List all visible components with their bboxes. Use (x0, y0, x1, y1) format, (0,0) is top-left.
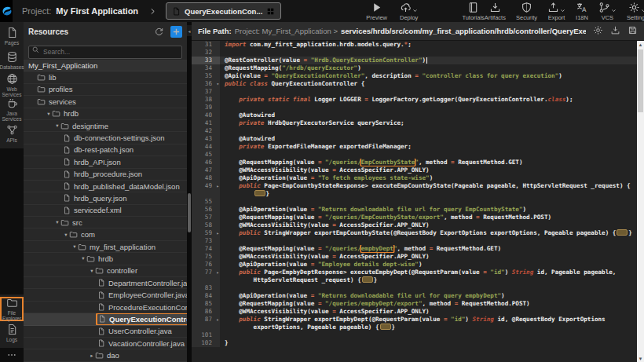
gutter-line-number[interactable]: 39 (192, 104, 220, 112)
gutter-line-number[interactable]: 46 (192, 159, 220, 166)
gutter-line-number[interactable]: 57 (192, 214, 220, 221)
sidebar-item-pages[interactable]: Pages (0, 24, 24, 49)
code-line-56[interactable]: 56 @ApiOperation(value = "Returns downlo… (192, 206, 637, 214)
tree-item-ProcedureExecutionController.java[interactable]: ProcedureExecutionController.java (24, 302, 187, 313)
code-line-74[interactable]: 74 @RequestMapping(value = "/queries/emp… (192, 245, 637, 253)
add-resource-button[interactable] (170, 26, 182, 38)
sidebar-item-logs[interactable]: Logs (0, 321, 24, 346)
code-line-45[interactable]: 45 (192, 151, 637, 159)
gutter-line-number[interactable]: 102 (192, 339, 220, 347)
code-line-55[interactable]: 55 (192, 198, 637, 206)
gutter-line-number[interactable]: 47 (192, 166, 220, 174)
tree-item-hrdb[interactable]: ▾hrdb (24, 253, 187, 265)
tree-item-db-connection-settings.json[interactable]: db-connection-settings.json (24, 132, 187, 144)
panel-collapse-handle[interactable]: ◂ (187, 25, 192, 36)
gutter-line-number[interactable]: 55 (192, 198, 220, 206)
sidebar-item-java-services[interactable]: Java Services (0, 97, 24, 122)
gutter-line-number[interactable]: 44 (192, 143, 220, 151)
folded-code-widget[interactable] (254, 190, 265, 196)
toolbar-i18n-button[interactable]: AI18N (576, 2, 588, 21)
fold-closed-icon[interactable]: ▸ (216, 182, 219, 190)
fold-closed-icon[interactable]: ▸ (216, 229, 219, 237)
gutter-line-number[interactable]: 77▸ (192, 269, 220, 276)
code-line-84[interactable]: 84 @ApiOperation(value = "Returns downlo… (192, 292, 637, 300)
toolbar-export-button[interactable]: Export (547, 2, 565, 21)
tree-item-com[interactable]: ▾com (24, 229, 187, 240)
code-line-42[interactable]: 42 (192, 127, 637, 135)
gutter-line-number[interactable]: 76 (192, 261, 220, 269)
gutter-line-number[interactable]: 45 (192, 151, 220, 159)
fold-closed-icon[interactable]: ▸ (216, 316, 219, 324)
toolbar-deploy-button[interactable]: Deploy (400, 2, 418, 21)
tree-item-hrdb_published_dataModel.json[interactable]: hrdb_published_dataModel.json (24, 181, 187, 192)
tree-item-my_first_application[interactable]: ▾my_first_application (24, 241, 187, 253)
gutter-line-number[interactable]: 73 (192, 237, 220, 245)
tree-item-UserController.java[interactable]: UserController.java (24, 326, 187, 338)
sidebar-item-apis[interactable]: APIs (0, 122, 24, 146)
sidebar-item-file-explorer[interactable]: File Explorer (0, 297, 24, 321)
gutter-line-number[interactable] (192, 324, 220, 331)
tree-item-DepartmentController.java[interactable]: DepartmentController.java (24, 277, 187, 289)
toolbar-security-button[interactable]: Security (516, 2, 537, 21)
gutter-line-number[interactable]: 86 (192, 308, 220, 316)
code-line-87[interactable]: 87▸ public StringWrapper exportEmpbyDept… (192, 316, 637, 324)
code-line-wrap[interactable]: } (192, 190, 637, 198)
tree-item-hrdb_procedure.json[interactable]: hrdb_procedure.json (24, 169, 187, 181)
gutter-line-number[interactable]: 41 (192, 119, 220, 127)
tree-expand-closed-icon[interactable]: ▸ (89, 353, 95, 359)
code-line-49[interactable]: 49▸ public Page<EmpCountbyStateResponse>… (192, 182, 637, 190)
tree-item-hrdb[interactable]: ▾hrdb (24, 108, 187, 120)
code-line-48[interactable]: 48 @ApiOperation(value = "To fetch emplo… (192, 174, 637, 182)
tree-expand-open-icon[interactable]: ▾ (80, 255, 86, 261)
tree-item-QueryExecutionController.java[interactable]: QueryExecutionController.java (24, 313, 187, 325)
code-line-37[interactable]: 37 (192, 88, 637, 96)
tree-item-servicedef.xml[interactable]: servicedef.xml (24, 205, 187, 217)
code-line-36[interactable]: 36▾public class QueryExecutionController… (192, 80, 637, 88)
tree-expand-open-icon[interactable]: ▾ (46, 111, 52, 117)
code-line-39[interactable]: 39 (192, 104, 637, 112)
toolbar-settings-button[interactable]: Settings (627, 2, 644, 21)
code-line-40[interactable]: 40 @Autowired (192, 112, 637, 119)
code-line-73[interactable]: 73 (192, 237, 637, 245)
tree-item-My_First_Application[interactable]: My_First_Application (24, 60, 187, 71)
gutter-line-number[interactable]: 35 (192, 72, 220, 80)
code-line-31[interactable]: 31import com.my_first_application.hrdb.m… (192, 41, 637, 49)
code-line-102[interactable]: 102} (192, 339, 637, 347)
code-line-33[interactable]: 33@RestController(value = "Hrdb.QueryExe… (192, 57, 637, 64)
gutter-line-number[interactable]: 49▸ (192, 182, 220, 190)
tree-item-src[interactable]: ▾src (24, 217, 187, 229)
tree-expand-open-icon[interactable]: ▾ (54, 122, 60, 129)
code-line-85[interactable]: 85 @RequestMapping(value = "/queries/emp… (192, 300, 637, 308)
gutter-line-number[interactable]: 33 (192, 57, 220, 64)
save-icon[interactable] (628, 25, 638, 35)
folded-code-widget[interactable] (380, 324, 391, 330)
fold-open-icon[interactable]: ▾ (216, 80, 219, 88)
toolbar-tutorials-button[interactable]: Tutorials (462, 2, 484, 21)
code-line-41[interactable]: 41 private HrdbQueryExecutorService quer… (192, 119, 637, 127)
gutter-line-number[interactable]: 75 (192, 253, 220, 261)
gutter-line-number[interactable]: 85 (192, 300, 220, 308)
gutter-line-number[interactable]: 59▸ (192, 229, 220, 237)
gutter-line-number[interactable] (192, 190, 220, 198)
gutter-line-number[interactable]: 48 (192, 174, 220, 182)
gutter-line-number[interactable]: 34 (192, 64, 220, 72)
folded-code-widget[interactable] (362, 276, 373, 283)
code-line-wrap[interactable]: exportOptions, Pageable pageable) {} (192, 324, 637, 331)
tree-item-VacationController.java[interactable]: VacationController.java (24, 338, 187, 349)
gutter-line-number[interactable]: 74 (192, 245, 220, 253)
code-line-43[interactable]: 43 @Autowired (192, 135, 637, 143)
app-logo-icon[interactable] (0, 0, 13, 22)
gear-icon[interactable] (593, 25, 603, 35)
tree-item-db-rest-patch.json[interactable]: db-rest-patch.json (24, 144, 187, 156)
grid-icon[interactable] (266, 7, 275, 16)
code-line-47[interactable]: 47 @WMAccessVisibility(value = AccessSpe… (192, 166, 637, 174)
tree-item-services[interactable]: services (24, 96, 187, 108)
download-icon[interactable] (610, 25, 620, 35)
sidebar-item-databases[interactable]: Databases (0, 49, 24, 73)
editor-scrollbar-thumb[interactable] (638, 49, 643, 112)
tree-expand-open-icon[interactable]: ▾ (54, 219, 60, 225)
tree-scrollbar-thumb[interactable] (188, 193, 191, 232)
gutter-line-number[interactable]: 42 (192, 127, 220, 135)
gutter-line-number[interactable]: 87▸ (192, 316, 220, 324)
gutter-line-number[interactable]: 40 (192, 112, 220, 119)
